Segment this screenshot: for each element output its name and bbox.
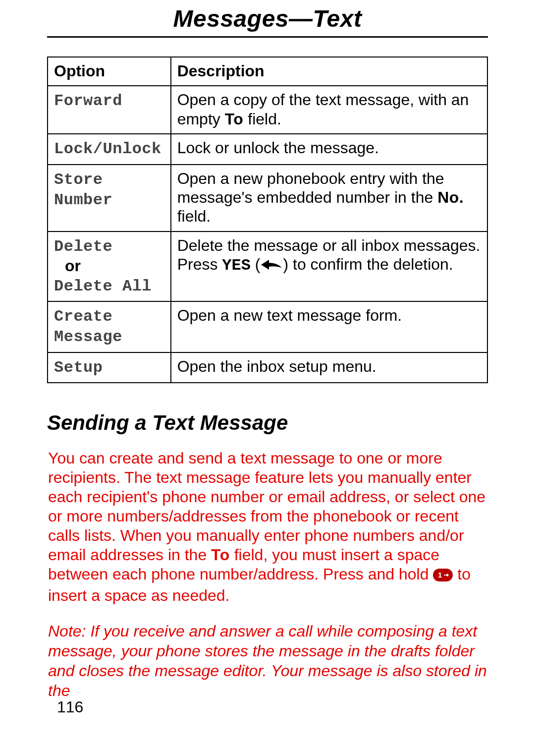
section-heading-sending: Sending a Text Message xyxy=(47,411,488,435)
col-header-description: Description xyxy=(171,57,487,86)
table-row: Store Number Open a new phonebook entry … xyxy=(48,165,487,232)
left-softkey-icon xyxy=(260,256,283,275)
desc-cell-lock: Lock or unlock the message. xyxy=(171,134,487,164)
text: field. xyxy=(243,110,281,128)
yes-key-label: YES xyxy=(222,256,251,275)
body-paragraph: You can create and send a text message t… xyxy=(48,449,488,605)
table-row: Create Message Open a new text message f… xyxy=(48,301,487,352)
svg-point-3 xyxy=(446,574,449,577)
option-cell-create: Create Message xyxy=(48,301,171,352)
text: Delete the message or all inbox messages… xyxy=(177,236,481,255)
or-label: or xyxy=(54,256,164,275)
options-table: Option Description Forward Open a copy o… xyxy=(47,57,488,383)
note-paragraph: Note: If you receive and answer a call w… xyxy=(48,621,488,700)
option-store-number: Store Number xyxy=(54,171,112,209)
table-row: Setup Open the inbox setup menu. xyxy=(48,352,487,383)
option-forward: Forward xyxy=(54,92,122,110)
option-cell-delete: Delete or Delete All xyxy=(48,232,171,301)
text: Open a new phonebook entry with the mess… xyxy=(177,170,444,206)
table-row: Delete or Delete All Delete the message … xyxy=(48,232,487,301)
desc-cell-store: Open a new phonebook entry with the mess… xyxy=(171,165,487,232)
option-cell-forward: Forward xyxy=(48,86,171,134)
option-setup: Setup xyxy=(54,358,103,377)
text: Press xyxy=(177,255,222,273)
to-field-label: To xyxy=(225,110,244,128)
desc-cell-create: Open a new text message form. xyxy=(171,301,487,352)
option-cell-lock: Lock/Unlock xyxy=(48,134,171,164)
option-delete: Delete xyxy=(54,237,112,256)
note-label: Note: xyxy=(48,622,86,640)
svg-point-2 xyxy=(444,575,446,576)
no-field-label: No. xyxy=(437,188,464,206)
to-field-label: To xyxy=(211,546,230,564)
option-cell-store: Store Number xyxy=(48,165,171,232)
one-key-icon: 1 xyxy=(433,567,453,586)
desc-cell-forward: Open a copy of the text message, with an… xyxy=(171,86,487,134)
option-lock-unlock: Lock/Unlock xyxy=(54,140,161,158)
table-header-row: Option Description xyxy=(48,57,487,86)
table-row: Forward Open a copy of the text message,… xyxy=(48,86,487,134)
text: field. xyxy=(177,207,211,225)
svg-text:1: 1 xyxy=(438,571,442,579)
page-number: 116 xyxy=(57,698,83,716)
table-row: Lock/Unlock Lock or unlock the message. xyxy=(48,134,487,164)
text: Open a copy of the text message, with an… xyxy=(177,91,469,127)
note-text: If you receive and answer a call while c… xyxy=(48,622,487,699)
text: ) to confirm the deletion. xyxy=(283,255,453,273)
header-rule xyxy=(47,36,488,38)
svg-rect-0 xyxy=(433,569,453,582)
text: ( xyxy=(251,255,261,273)
col-header-option: Option xyxy=(48,57,171,86)
option-delete-all: Delete All xyxy=(54,277,152,295)
desc-cell-delete: Delete the message or all inbox messages… xyxy=(171,232,487,301)
option-create-message: Create Message xyxy=(54,307,122,346)
desc-cell-setup: Open the inbox setup menu. xyxy=(171,352,487,383)
option-cell-setup: Setup xyxy=(48,352,171,383)
page-header-title: Messages—Text xyxy=(47,0,488,36)
